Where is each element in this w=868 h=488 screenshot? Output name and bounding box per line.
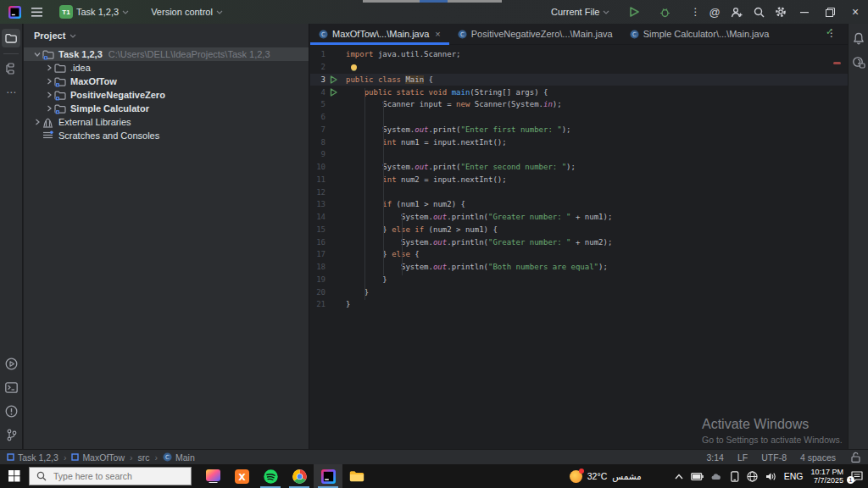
tree-item-positivenegativezero[interactable]: PositiveNegativeZero [24,88,309,102]
code-line-1[interactable]: 1import java.util.Scanner; [310,48,848,61]
code-line-14[interactable]: 14 System.out.println("Greater number: "… [310,211,848,224]
start-button[interactable] [0,464,29,488]
run-tool-icon[interactable] [3,354,21,373]
search-icon [36,471,47,481]
breadcrumb-item[interactable]: Task 1,2,3 [7,452,58,463]
taskbar-app-intellij[interactable] [314,464,342,488]
tab-close-icon[interactable]: × [435,29,440,39]
intention-bulb-icon[interactable] [351,64,357,70]
taskbar-app-spotify[interactable] [256,464,285,488]
chevron-right-icon[interactable] [32,119,42,125]
problems-tool-icon[interactable] [3,402,21,420]
notifications-bell-icon[interactable] [849,29,868,47]
code-line-16[interactable]: 16 System.out.println("Greater number: "… [310,236,848,248]
code-line-10[interactable]: 10 System.out.print("Enter second number… [310,161,848,174]
code-line-3[interactable]: 3public class Main { [310,74,848,86]
code-line-9[interactable]: 9 [310,148,848,161]
code-line-18[interactable]: 18 System.out.println("Both numbers are … [310,261,848,274]
tree-item--idea[interactable]: .idea [24,61,309,75]
taskbar-search[interactable] [29,467,192,485]
main-menu-icon[interactable] [25,1,47,23]
chevron-right-icon[interactable] [44,92,54,98]
code-line-12[interactable]: 12 [310,186,848,198]
code-line-19[interactable]: 19 } [310,274,848,286]
tree-item-maxoftow[interactable]: MaxOfTow [24,75,309,88]
debug-button[interactable] [654,1,676,23]
code-with-me-icon[interactable] [726,1,748,23]
taskbar-clock[interactable]: 10:17 PM 7/7/2025 [810,468,843,485]
unlock-icon[interactable] [849,452,861,463]
network-globe-icon[interactable] [747,471,758,482]
taskbar-app-chrome[interactable] [285,464,314,488]
tree-item-simple-calculator[interactable]: Simple Calculator [24,102,309,115]
code-line-15[interactable]: 15 } else if (num2 > num1) { [310,224,848,236]
action-center-icon[interactable]: 1 [851,471,863,482]
code-editor[interactable]: 1import java.util.Scanner;23public class… [310,48,848,311]
code-line-13[interactable]: 13 if (num1 > num2) { [310,198,848,211]
battery-icon[interactable] [691,473,704,480]
status-item[interactable]: UTF-8 [761,452,787,463]
code-line-11[interactable]: 11 int num2 = input.nextInt(); [310,174,848,186]
chevron-right-icon[interactable] [44,105,54,112]
structure-tool-icon[interactable] [2,59,20,78]
editor-tab-0[interactable]: CMaxOfTow\...\Main.java× [310,24,449,44]
run-button[interactable] [623,1,645,23]
breadcrumb-item[interactable]: MaxOfTow [71,452,125,463]
code-line-21[interactable]: 21} [310,298,848,311]
code-line-8[interactable]: 8 int num1 = input.nextInt(); [310,136,848,148]
status-item[interactable]: 3:14 [707,452,724,463]
breadcrumb-item[interactable]: src [137,452,149,463]
volume-icon[interactable] [765,472,776,481]
code-line-6[interactable]: 6 [310,111,848,124]
project-tool-icon[interactable] [2,29,20,47]
tree-item-task-1-2-3[interactable]: Task 1,2,3C:\Users\DELL\IdeaProjects\Tas… [24,47,309,61]
chevron-right-icon[interactable] [44,78,54,85]
taskbar-app-colorful[interactable] [198,464,227,488]
language-indicator[interactable]: ENG [784,471,804,481]
taskbar-app-xampp[interactable]: X [227,464,256,488]
project-badge: T1 [59,5,73,19]
version-control-widget[interactable]: Version control [146,3,228,21]
status-item[interactable]: LF [737,452,748,463]
line-number: 18 [310,263,326,271]
code-line-2[interactable]: 2 [310,61,848,74]
search-everywhere-icon[interactable] [748,1,770,23]
project-widget[interactable]: T1 Task 1,2,3 [54,3,134,21]
git-branch-tool-icon[interactable] [3,425,21,444]
project-panel-header[interactable]: Project [24,24,309,47]
code-line-17[interactable]: 17 } else { [310,248,848,261]
run-line-icon[interactable] [326,75,341,84]
tree-item-scratches-and-consoles[interactable]: Scratches and Consoles [24,129,309,142]
restore-button[interactable] [817,0,843,24]
breadcrumb-item[interactable]: CMain [163,452,195,463]
terminal-tool-icon[interactable] [3,378,21,396]
code-line-7[interactable]: 7 System.out.print("Enter first number: … [310,124,848,136]
editor-tab-1[interactable]: CPositiveNegativeZero\...\Main.java [449,24,621,44]
code-text: public static void main(String[] args) { [341,88,548,97]
settings-gear-icon[interactable] [770,1,792,23]
close-button[interactable]: × [843,0,868,24]
inspection-ok-icon[interactable]: ✓ [826,26,833,37]
taskbar-weather[interactable]: 32°C مشمس [570,470,642,483]
taskbar-search-input[interactable] [53,471,181,481]
show-hidden-icons-chevron[interactable] [675,474,683,480]
status-item[interactable]: 4 spaces [800,452,836,463]
error-stripe-mark[interactable] [833,62,841,64]
ai-assistant-tool-icon[interactable] [849,53,868,71]
code-line-4[interactable]: 4 public static void main(String[] args)… [310,86,848,98]
more-tool-windows-icon[interactable]: ⋯ [2,83,20,102]
activate-windows-watermark: Activate Windows Go to Settings to activ… [702,417,843,445]
phone-link-icon[interactable] [731,471,739,482]
code-line-20[interactable]: 20 } [310,286,848,298]
onedrive-icon[interactable] [711,473,723,480]
ai-assistant-icon[interactable]: @ [704,1,726,23]
code-line-5[interactable]: 5 Scanner input = new Scanner(System.in)… [310,98,848,111]
taskbar-app-file-explorer[interactable] [342,464,371,488]
chevron-down-icon[interactable] [32,51,42,58]
tree-item-external-libraries[interactable]: External Libraries [24,115,309,129]
editor-tab-2[interactable]: CSimple Calculator\...\Main.java [621,24,778,44]
run-configuration-selector[interactable]: Current File [546,3,615,21]
chevron-right-icon[interactable] [44,64,54,71]
minimize-button[interactable] [792,0,817,24]
run-line-icon[interactable] [326,88,341,97]
